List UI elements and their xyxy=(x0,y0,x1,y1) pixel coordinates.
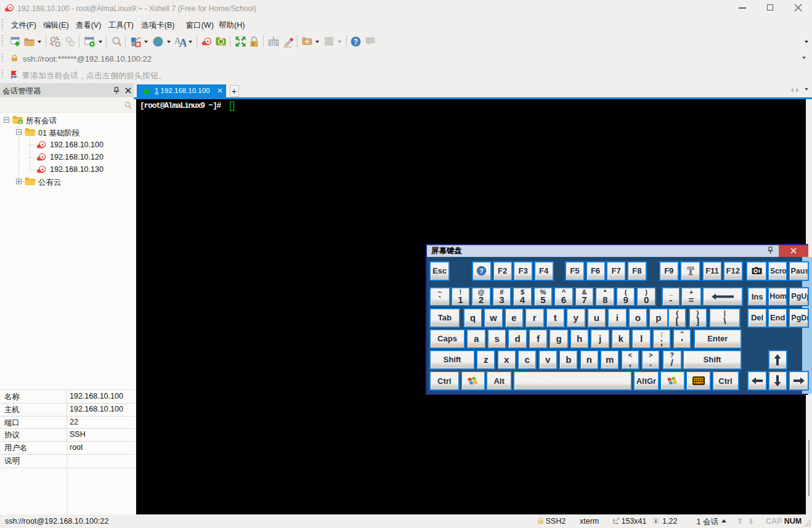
svg-text:?: ? xyxy=(354,38,358,46)
svg-text:A: A xyxy=(179,36,187,47)
svg-text:?: ? xyxy=(480,267,484,275)
